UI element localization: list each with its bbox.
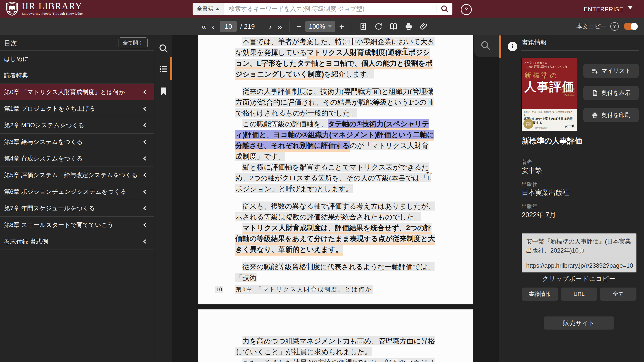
sidebar-item-10[interactable]: 第8章 スモールスタートで育てていこう xyxy=(0,217,154,233)
chevron-down-icon xyxy=(628,6,632,9)
text-run: ポジション」と呼びます)とします。 xyxy=(235,184,353,193)
first-page-button[interactable]: « xyxy=(201,22,206,31)
sidebar-item-label: 第1章 プロジェクトを立ち上げる xyxy=(4,105,95,113)
chevron-down-icon xyxy=(328,25,332,28)
zoom-level-select[interactable]: 100% xyxy=(305,21,335,32)
citation-url[interactable]: https://app.hrlibrary.jp/r/23892?page=10 xyxy=(522,259,636,272)
chevron-left-icon xyxy=(142,106,148,111)
header-help-button[interactable]: ? xyxy=(461,4,472,15)
text-copy-help-button[interactable]: ? xyxy=(610,22,619,31)
rail-bookmark-button[interactable] xyxy=(154,84,172,100)
sidebar-item-6[interactable]: 第4章 育成システムをつくる xyxy=(0,150,154,167)
text-run: 従来の職能等級資格制度に代表されるような一軸評価では、「技術 xyxy=(235,262,435,282)
book-cover[interactable]: 人が育って定着する 〈二軸〉評価制度の考え方・つくり方 新標準の 人事評価 Ne… xyxy=(522,58,577,131)
sidebar-item-9[interactable]: 第7章 年間スケジュールをつくる xyxy=(0,200,154,217)
sidebar-item-label: 第2章 MBOシステムをつくる xyxy=(4,121,84,129)
toc-list: はじめに読者特典第0章 「マトリクス人財育成制度」とは何か第1章 プロジェクトを… xyxy=(0,51,154,250)
fit-page-icon xyxy=(359,22,367,30)
toolbar-divider xyxy=(290,21,290,32)
rotate-button[interactable] xyxy=(373,21,384,32)
copy-all-button[interactable]: 全て xyxy=(600,288,636,301)
search-button[interactable] xyxy=(437,3,452,15)
cover-publisher: 日本実業出版社 xyxy=(535,127,548,129)
cover-tagline-1: 人が育って定着する xyxy=(524,61,575,65)
toc-sidebar: 目次 全て開く はじめに読者特典第0章 「マトリクス人財育成制度」とは何か第1章… xyxy=(0,35,154,362)
app-header: HR LIBRARY Empowering People Through Kno… xyxy=(0,0,644,18)
clipboard-copy-label: クリップボードにコピー xyxy=(522,275,636,283)
panel-divider xyxy=(521,50,639,51)
text-run: 力を高めつつ組織マネジメント力も高め、管理職方面に昇格していくこと」が社員に求め… xyxy=(235,336,435,356)
shield-logo-icon xyxy=(6,2,19,16)
paperclip-icon xyxy=(420,22,428,30)
mylist-label: マイリスト xyxy=(601,67,631,75)
chevron-left-icon xyxy=(142,156,148,161)
sidebar-item-0[interactable]: はじめに xyxy=(0,51,154,67)
cover-band-line1: 処遇に「主流・傍流」の格差をつくらず本領を発揮させる xyxy=(524,111,575,116)
printer-icon xyxy=(405,22,413,30)
sidebar-item-1[interactable]: 読者特典 xyxy=(0,67,154,84)
account-label: ENTERPRISE xyxy=(584,6,623,13)
text-copy-label: 本文コピー xyxy=(576,22,607,30)
prev-page-button[interactable]: ‹ xyxy=(212,22,214,31)
sidebar-item-3[interactable]: 第1章 プロジェクトを立ち上げる xyxy=(0,100,154,117)
two-page-view-button[interactable] xyxy=(388,21,399,32)
zoom-out-button[interactable]: − xyxy=(296,22,301,31)
mylist-button[interactable]: マイリスト xyxy=(583,64,639,78)
panel-active-indicator xyxy=(499,35,501,58)
sidebar-item-8[interactable]: 第6章 ポジションチェンジシステムをつくる xyxy=(0,183,154,200)
reader-toolbar: « ‹ 10 / 219 › » − 100% + xyxy=(0,18,644,35)
sidebar-item-2[interactable]: 第0章 「マトリクス人財育成制度」とは何か xyxy=(0,84,154,100)
print-colophon-label: 奥付を印刷 xyxy=(601,111,631,119)
brand-logo[interactable]: HR LIBRARY Empowering People Through Kno… xyxy=(6,2,83,16)
page-number-input[interactable]: 10 xyxy=(220,21,237,32)
sidebar-item-7[interactable]: 第5章 評価システム・給与改定システムをつくる xyxy=(0,167,154,183)
zoom-in-button[interactable]: + xyxy=(339,22,344,31)
page-footer: 10 第0章 「マトリクス人財育成制度」とは何か xyxy=(215,285,373,294)
shop-site-button[interactable]: 販売サイト xyxy=(544,316,614,330)
rail-toc-button[interactable] xyxy=(154,61,172,77)
chevron-left-icon xyxy=(142,139,148,144)
sidebar-item-5[interactable]: 第3章 給与システムをつくる xyxy=(0,134,154,150)
reader-content: 本書では、筆者が考案した、特に中小零細企業において大きな効果を発揮しているマトリ… xyxy=(172,35,499,362)
print-button[interactable] xyxy=(403,21,414,32)
sidebar-item-4[interactable]: 第2章 MBOシステムをつくる xyxy=(0,117,154,134)
book-paragraph: 力を高めつつ組織マネジメント力も高め、管理職方面に昇格していくこと」が社員に求め… xyxy=(235,336,435,357)
next-page-button[interactable]: › xyxy=(269,22,272,31)
attachment-button[interactable] xyxy=(418,21,430,32)
rotate-icon xyxy=(374,22,382,30)
brand-title: HR LIBRARY xyxy=(22,2,83,11)
sidebar-item-11[interactable]: 巻末付録 書式例 xyxy=(0,233,154,250)
citation-box: 安中繁『新標準の人事評価』(日本実業出版社、2022年)10頁 https://… xyxy=(522,233,636,272)
last-page-button[interactable]: » xyxy=(277,22,282,31)
playlist-add-icon xyxy=(591,67,598,74)
book-paragraph: この職能等級の評価軸を、タテ軸の①技術力(スペシャリティ)評価と、ヨコ軸の②組織… xyxy=(235,118,435,162)
print-colophon-button[interactable]: 奥付を印刷 xyxy=(583,108,639,122)
chevron-left-icon xyxy=(142,222,148,227)
account-menu[interactable]: ENTERPRISE xyxy=(584,6,632,13)
text-run: また、そうした社員が“主流の処遇”であり、部下のマネジメント xyxy=(235,358,435,362)
sidebar-item-label: はじめに xyxy=(4,55,29,63)
text-copy-toggle[interactable] xyxy=(624,23,638,30)
chevron-left-icon xyxy=(142,189,148,194)
author-label: 著者 xyxy=(522,158,532,166)
toolbar-divider xyxy=(351,21,351,32)
expand-all-button[interactable]: 全て開く xyxy=(119,37,148,48)
show-colophon-button[interactable]: 奥付を表示 xyxy=(583,86,639,100)
cover-author: 安中 繁 xyxy=(565,124,575,128)
chevron-left-icon xyxy=(142,173,148,178)
toolbar-center-group: « ‹ 10 / 219 › » − 100% + xyxy=(201,18,433,35)
fit-page-button[interactable] xyxy=(357,21,369,32)
in-book-search-tab[interactable] xyxy=(474,35,499,57)
cover-badge: 「安中流」書式例 xyxy=(523,119,533,129)
copy-bookinfo-button[interactable]: 書籍情報 xyxy=(522,288,558,301)
copy-url-button[interactable]: URL xyxy=(561,288,597,301)
page-text: 本書では、筆者が考案した、特に中小零細企業において大きな効果を発揮しているマトリ… xyxy=(235,36,435,283)
search-scope-select[interactable]: 全書籍 xyxy=(193,3,224,15)
search-input[interactable] xyxy=(224,5,437,12)
toc-title: 目次 xyxy=(4,39,17,48)
text-run: 従来の人事評価制度は、技術力(専門職方面)と組織力(管理職方面)が総合的に評価さ… xyxy=(235,87,434,117)
rail-search-button[interactable] xyxy=(154,40,172,56)
info-button[interactable]: i xyxy=(508,42,517,51)
printer-icon xyxy=(592,112,598,118)
cover-title-gold: 新標準の xyxy=(524,71,575,80)
